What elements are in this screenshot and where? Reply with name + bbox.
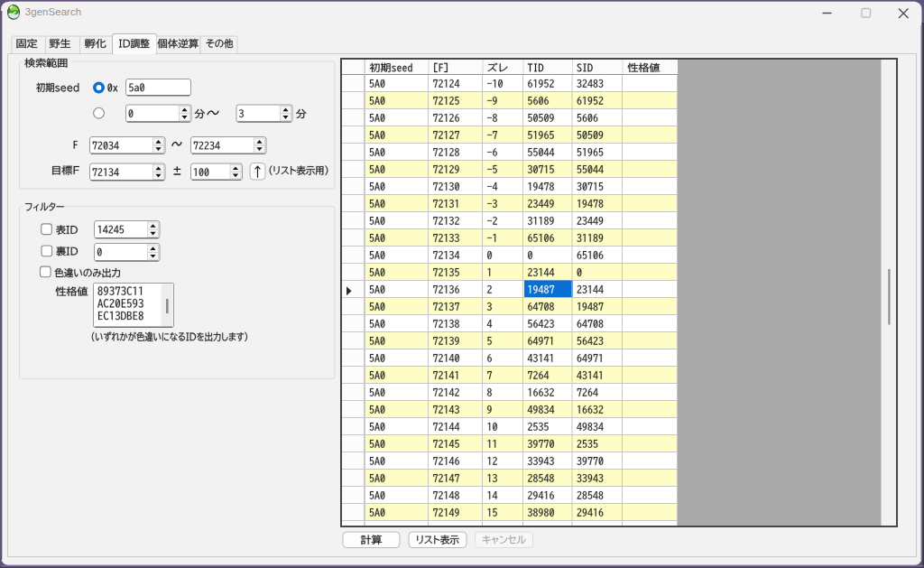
svg-text:3genSearch: 3genSearch bbox=[25, 6, 81, 17]
